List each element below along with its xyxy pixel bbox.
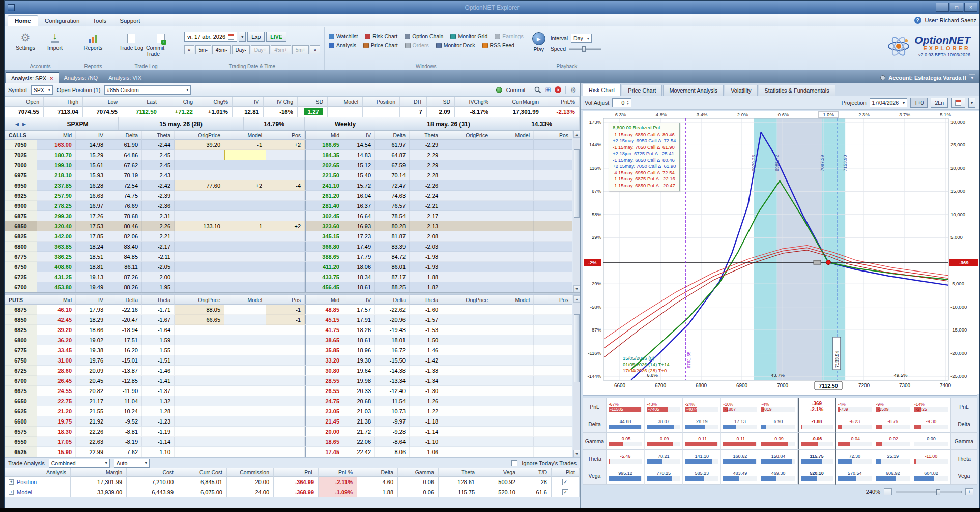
chain-cell[interactable] bbox=[492, 345, 534, 355]
chain-cell[interactable] bbox=[442, 140, 492, 150]
chain-cell[interactable] bbox=[266, 272, 305, 282]
strike-cell[interactable]: 6725 bbox=[5, 366, 37, 376]
chain-cell[interactable] bbox=[224, 315, 266, 325]
chain-cell[interactable] bbox=[492, 180, 534, 191]
tab-volatility[interactable]: Volatility bbox=[725, 85, 757, 96]
reports-button[interactable]: Reports bbox=[78, 29, 108, 63]
windows-toggle-rss-feed[interactable]: RSS Feed bbox=[482, 42, 514, 48]
menu-item-tools[interactable]: Tools bbox=[86, 16, 113, 26]
chain-cell[interactable]: 35.85 bbox=[305, 345, 343, 355]
chain-cell[interactable]: -2.03 bbox=[410, 242, 442, 252]
chain-cell[interactable]: 72.47 bbox=[375, 180, 410, 191]
chain-cell[interactable] bbox=[266, 170, 305, 180]
help-icon[interactable]: ? bbox=[914, 17, 921, 24]
chain-cell[interactable]: 411.20 bbox=[305, 262, 343, 272]
chain-cell[interactable]: -1.71 bbox=[142, 305, 175, 315]
step-button-5m[interactable]: 5m- bbox=[195, 45, 211, 54]
spin-down-icon[interactable]: ▼ bbox=[626, 103, 629, 105]
chain-cell[interactable]: 19.13 bbox=[76, 272, 107, 282]
grid-view-icon[interactable]: ⊞ bbox=[545, 86, 551, 93]
chain-cell[interactable]: 363.85 bbox=[37, 242, 76, 252]
chain-cell[interactable] bbox=[175, 437, 224, 447]
chain-cell[interactable] bbox=[534, 355, 572, 366]
chain-cell[interactable] bbox=[175, 355, 224, 366]
step-button-day[interactable]: Day+ bbox=[251, 45, 270, 54]
chain-cell[interactable]: 66.65 bbox=[175, 315, 224, 325]
chain-cell[interactable] bbox=[266, 355, 305, 366]
chain-cell[interactable] bbox=[224, 191, 266, 201]
chain-cell[interactable] bbox=[224, 282, 266, 292]
chain-cell[interactable]: 88.26 bbox=[107, 282, 142, 292]
chain-cell[interactable]: 19.02 bbox=[76, 335, 107, 345]
chain-cell[interactable]: -9.52 bbox=[107, 416, 142, 427]
chain-cell[interactable]: 39.20 bbox=[175, 140, 224, 150]
chain-cell[interactable] bbox=[266, 150, 305, 160]
chain-cell[interactable] bbox=[224, 242, 266, 252]
chain-cell[interactable]: 15.72 bbox=[343, 180, 375, 191]
chain-cell[interactable]: 18.34 bbox=[343, 272, 375, 282]
chain-cell[interactable] bbox=[224, 272, 266, 282]
chain-cell[interactable]: 433.75 bbox=[305, 272, 343, 282]
chain-cell[interactable]: 17.91 bbox=[343, 315, 375, 325]
chain-cell[interactable]: -1.51 bbox=[142, 355, 175, 366]
chain-cell[interactable] bbox=[534, 447, 572, 457]
chain-cell[interactable]: -2.29 bbox=[410, 140, 442, 150]
chain-cell[interactable]: 72.54 bbox=[107, 180, 142, 191]
calls-scrollbar[interactable]: ▲ ▼ bbox=[573, 131, 580, 292]
chain-cell[interactable] bbox=[442, 355, 492, 366]
strike-cell[interactable]: 6800 bbox=[5, 242, 37, 252]
close-tab-icon[interactable]: × bbox=[50, 75, 53, 81]
chain-cell[interactable]: -4 bbox=[266, 180, 305, 191]
chain-cell[interactable]: 261.20 bbox=[305, 191, 343, 201]
chain-cell[interactable]: 26.55 bbox=[305, 386, 343, 396]
chain-cell[interactable]: -1.93 bbox=[410, 262, 442, 272]
chain-cell[interactable]: -1.98 bbox=[410, 252, 442, 262]
chain-cell[interactable] bbox=[175, 447, 224, 457]
chain-cell[interactable] bbox=[534, 160, 572, 170]
ta-plot-cell[interactable]: ✓ bbox=[552, 487, 580, 497]
chain-cell[interactable] bbox=[534, 242, 572, 252]
chain-cell[interactable] bbox=[266, 447, 305, 457]
chain-cell[interactable]: -20.47 bbox=[107, 315, 142, 325]
chain-cell[interactable]: 83.39 bbox=[375, 242, 410, 252]
chain-cell[interactable] bbox=[224, 211, 266, 221]
chain-cell[interactable]: -1.19 bbox=[142, 427, 175, 437]
chain-cell[interactable] bbox=[224, 345, 266, 355]
chain-cell[interactable] bbox=[492, 325, 534, 335]
step-button-5m[interactable]: 5m+ bbox=[292, 45, 309, 54]
chain-cell[interactable]: -9.28 bbox=[375, 427, 410, 437]
commit-trade-button[interactable]: + Commit Trade bbox=[146, 29, 176, 63]
chain-cell[interactable] bbox=[442, 150, 492, 160]
chain-cell[interactable]: 17.57 bbox=[343, 305, 375, 315]
chain-cell[interactable]: -8.81 bbox=[107, 427, 142, 437]
chain-cell[interactable]: -1.32 bbox=[142, 396, 175, 406]
chain-cell[interactable]: 366.80 bbox=[305, 242, 343, 252]
chain-cell[interactable] bbox=[175, 150, 224, 160]
chain-cell[interactable]: 22.42 bbox=[343, 447, 375, 457]
chain-cell[interactable] bbox=[492, 355, 534, 366]
chain-cell[interactable] bbox=[442, 427, 492, 437]
chain-cell[interactable]: 323.60 bbox=[305, 221, 343, 231]
windows-toggle-monitor-dock[interactable]: Monitor Dock bbox=[436, 42, 475, 48]
account-dropdown[interactable]: ▾ bbox=[969, 74, 975, 81]
chain-cell[interactable] bbox=[224, 262, 266, 272]
windows-toggle-monitor-grid[interactable]: Monitor Grid bbox=[450, 33, 487, 39]
zoom-slider[interactable] bbox=[896, 491, 962, 493]
chain-cell[interactable]: 17.45 bbox=[305, 447, 343, 457]
chain-cell[interactable] bbox=[175, 231, 224, 242]
chain-cell[interactable]: 70.14 bbox=[375, 170, 410, 180]
chain-cell[interactable]: 17.49 bbox=[343, 242, 375, 252]
import-button[interactable]: ↓ Import bbox=[40, 29, 70, 63]
maximize-button[interactable]: □ bbox=[950, 3, 963, 12]
chain-cell[interactable] bbox=[175, 396, 224, 406]
chain-cell[interactable]: -2.31 bbox=[142, 211, 175, 221]
chain-cell[interactable] bbox=[534, 211, 572, 221]
chain-cell[interactable]: 33.45 bbox=[37, 345, 76, 355]
chain-cell[interactable]: 17.85 bbox=[76, 231, 107, 242]
chain-cell[interactable]: 18.81 bbox=[76, 262, 107, 272]
strike-cell[interactable]: 6875 bbox=[5, 305, 37, 315]
strike-cell[interactable]: 6800 bbox=[5, 335, 37, 345]
chain-cell[interactable]: 14.98 bbox=[76, 140, 107, 150]
chain-cell[interactable] bbox=[266, 416, 305, 427]
chain-cell[interactable]: 78.54 bbox=[375, 211, 410, 221]
